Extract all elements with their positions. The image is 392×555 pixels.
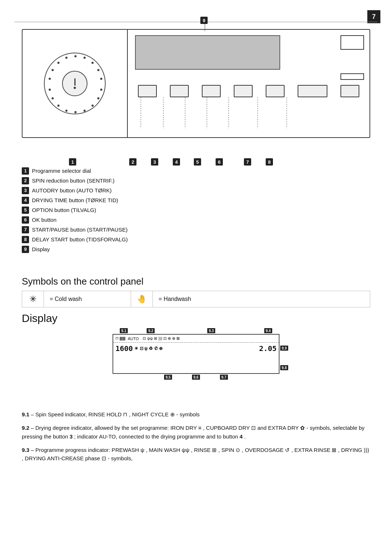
display-time: 2.05 <box>259 344 277 353</box>
icon-bars <box>120 337 125 340</box>
svg-point-1 <box>65 57 68 59</box>
svg-point-6 <box>52 97 54 99</box>
auto-label: AUTO <box>128 336 139 341</box>
desc-9-3: 9.3 – Programme progress indicator: PREW… <box>22 446 370 463</box>
legend-text-5: OPTION button (TILVALG) <box>32 206 96 214</box>
spacer4 <box>248 375 262 380</box>
svg-point-13 <box>100 89 102 91</box>
page-number: 7 <box>367 10 380 23</box>
badge-6: 6 <box>216 158 223 166</box>
svg-point-2 <box>57 62 60 64</box>
display-speed: 1600 <box>115 344 133 353</box>
legend-item-6: 6 OK button <box>22 216 370 224</box>
legend-badge-8: 8 <box>22 236 29 243</box>
symbol-cold-wash-icon: ✳ <box>22 291 44 307</box>
svg-point-4 <box>49 78 51 80</box>
label-3: 3 <box>151 158 160 166</box>
svg-point-0 <box>74 55 77 57</box>
svg-point-5 <box>49 89 51 91</box>
badge-3: 3 <box>151 158 158 166</box>
dial-container <box>44 53 106 114</box>
sub-badge-9-7: 9.7 <box>220 375 228 380</box>
symbols-row: ✳ = Cold wash 🤚 = Handwash <box>22 291 370 307</box>
display-heading: Display <box>22 312 370 325</box>
svg-point-17 <box>83 57 86 59</box>
legend-item-3: 3 AUTODRY button (AUTO TØRK) <box>22 187 370 194</box>
label-6: 6 <box>216 158 224 166</box>
badge-9: 9 <box>200 17 208 24</box>
spacer3 <box>130 375 144 380</box>
display-diagram-wrapper: 9.1 9.2 9.3 9.4 ⊓ AUTO ⊡ ψψ ⊞ ))) ⊡ ⊕ ⊗ … <box>113 328 279 380</box>
label-8: 8 <box>266 158 274 166</box>
svg-point-14 <box>100 78 102 80</box>
desc-9-1-bold: 9.1 <box>22 411 29 417</box>
button-7[interactable] <box>298 85 327 97</box>
desc-9-1-text: – Spin Speed indicator, RINSE HOLD ⊓ , N… <box>31 411 200 417</box>
svg-point-9 <box>74 111 77 113</box>
legend-item-4: 4 DRYING TIME button (TØRKE TID) <box>22 196 370 204</box>
button-3[interactable] <box>170 85 189 97</box>
symbols-table: ✳ = Cold wash 🤚 = Handwash <box>22 291 370 307</box>
display-box <box>135 35 280 70</box>
legend-text-8: DELAY START button (TIDSFORVALG) <box>32 236 128 243</box>
legend-text-3: AUTODRY button (AUTO TØRK) <box>32 187 112 194</box>
desc-9-2-bold: 9.2 <box>22 425 29 431</box>
legend-text-9: Display <box>32 245 50 253</box>
legend-section: 1 Programme selector dial 2 SPIN reducti… <box>22 167 370 255</box>
sub-badge-9-5: 9.5 <box>164 375 172 380</box>
desc-9-1: 9.1 – Spin Speed indicator, RINSE HOLD ⊓… <box>22 410 370 419</box>
legend-badge-1: 1 <box>22 167 29 175</box>
legend-badge-4: 4 <box>22 197 29 204</box>
legend-text-4: DRYING TIME button (TØRKE TID) <box>32 196 118 204</box>
small-rect-mid <box>340 73 364 80</box>
top-rule <box>15 22 377 22</box>
sub-badge-9-4: 9.4 <box>264 328 272 333</box>
legend-badge-6: 6 <box>22 216 29 224</box>
button-2[interactable] <box>138 85 157 97</box>
legend-text-6: OK button <box>32 216 57 224</box>
desc-9-2-text3: . <box>242 433 245 440</box>
legend-text-1: Programme selector dial <box>32 167 91 175</box>
label-2: 2 <box>129 158 138 166</box>
num9-label: 9 <box>200 17 209 31</box>
legend-item-2: 2 SPIN reduction button (SENTRIF.) <box>22 177 370 184</box>
legend-item-7: 7 START/PAUSE button (START/PAUSE) <box>22 226 370 233</box>
badge-7: 7 <box>244 158 251 166</box>
desc-9-3-bold: 9.3 <box>22 447 29 453</box>
symbol-handwash-icon: 🤚 <box>131 291 153 307</box>
svg-point-10 <box>83 110 86 112</box>
handwash-label: = Handwash <box>153 291 370 307</box>
svg-point-11 <box>91 105 94 107</box>
legend-badge-2: 2 <box>22 177 29 184</box>
button-8[interactable] <box>340 85 359 97</box>
legend-item-8: 8 DELAY START button (TIDSFORVALG) <box>22 236 370 243</box>
sub-badge-9-2: 9.2 <box>147 328 155 333</box>
svg-point-3 <box>52 69 54 71</box>
label-4: 4 <box>173 158 181 166</box>
sub-labels-bottom-row: 9.5 9.6 9.7 <box>113 375 279 380</box>
badge-1: 1 <box>69 158 76 166</box>
cold-wash-label: = Cold wash <box>44 291 131 307</box>
svg-point-16 <box>91 62 94 64</box>
svg-point-12 <box>97 97 99 99</box>
sub-badge-9-6: 9.6 <box>192 375 200 380</box>
control-right-section: 9 <box>128 30 369 137</box>
display-top-row: ⊓ AUTO ⊡ ψψ ⊞ ))) ⊡ ⊕ ⊗ ⊠ <box>113 335 279 343</box>
small-btn-topright <box>340 35 364 50</box>
display-icons-top: ⊡ ψψ ⊞ ))) ⊡ ⊕ ⊗ ⊠ <box>143 336 180 341</box>
legend-badge-5: 5 <box>22 207 29 214</box>
badge-4: 4 <box>173 158 180 166</box>
sub-badge-9-1: 9.1 <box>120 328 128 333</box>
svg-point-8 <box>65 110 68 112</box>
buttons-row <box>128 85 369 97</box>
display-diag-inner: ⊓ AUTO ⊡ ψψ ⊞ ))) ⊡ ⊕ ⊗ ⊠ 1600 ☀ ⊡ ψ ♻ ✆… <box>113 334 279 374</box>
descriptions-section: 9.1 – Spin Speed indicator, RINSE HOLD ⊓… <box>22 410 370 468</box>
label-7: 7 <box>244 158 253 166</box>
button-4[interactable] <box>202 85 221 97</box>
badge-2: 2 <box>129 158 136 166</box>
button-6[interactable] <box>266 85 285 97</box>
sub-badge-9-3: 9.3 <box>207 328 215 333</box>
button-5[interactable] <box>234 85 253 97</box>
legend-text-7: START/PAUSE button (START/PAUSE) <box>32 226 127 233</box>
legend-item-9: 9 Display <box>22 245 370 253</box>
